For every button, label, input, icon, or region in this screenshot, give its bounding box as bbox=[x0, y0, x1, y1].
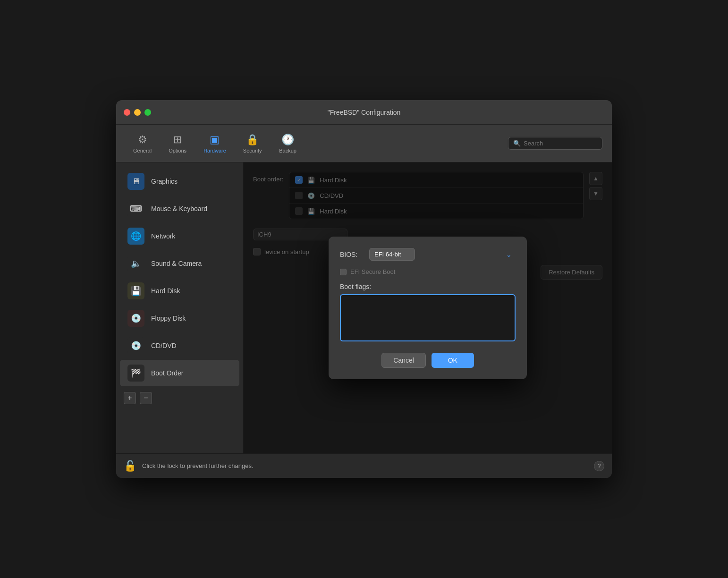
minimize-button[interactable] bbox=[134, 109, 141, 116]
status-bar: 🔓 Click the lock to prevent further chan… bbox=[116, 453, 612, 478]
help-button[interactable]: ? bbox=[594, 461, 604, 471]
sidebar-label-hard-disk: Hard Disk bbox=[151, 287, 180, 295]
search-input[interactable] bbox=[524, 140, 597, 147]
backup-icon: 🕐 bbox=[281, 134, 294, 146]
sidebar-label-graphics: Graphics bbox=[151, 178, 178, 185]
main-area: 🖥 Graphics ⌨ Mouse & Keyboard 🌐 Network … bbox=[116, 162, 612, 453]
cancel-button[interactable]: Cancel bbox=[381, 353, 426, 368]
sidebar-item-network[interactable]: 🌐 Network bbox=[120, 223, 239, 249]
modal-buttons: Cancel OK bbox=[340, 353, 516, 368]
toolbar-label-options: Options bbox=[169, 148, 186, 153]
main-window: "FreeBSD" Configuration ⚙ General ⊞ Opti… bbox=[116, 100, 612, 478]
sidebar-label-sound-camera: Sound & Camera bbox=[151, 260, 202, 267]
title-bar: "FreeBSD" Configuration bbox=[116, 100, 612, 125]
toolbar-item-security[interactable]: 🔒 Security bbox=[236, 130, 270, 157]
add-button[interactable]: + bbox=[124, 392, 136, 404]
boot-order-icon: 🏁 bbox=[127, 365, 144, 382]
sidebar: 🖥 Graphics ⌨ Mouse & Keyboard 🌐 Network … bbox=[116, 162, 244, 453]
sidebar-item-cd-dvd[interactable]: 💿 CD/DVD bbox=[120, 332, 239, 359]
sidebar-item-sound-camera[interactable]: 🔈 Sound & Camera bbox=[120, 250, 239, 277]
close-button[interactable] bbox=[124, 109, 130, 116]
boot-flags-textarea[interactable] bbox=[340, 294, 516, 341]
options-icon: ⊞ bbox=[173, 134, 182, 146]
toolbar-item-general[interactable]: ⚙ General bbox=[126, 130, 159, 157]
toolbar-label-general: General bbox=[133, 148, 152, 153]
search-icon: 🔍 bbox=[513, 140, 521, 147]
traffic-lights bbox=[124, 109, 151, 116]
sidebar-item-mouse-keyboard[interactable]: ⌨ Mouse & Keyboard bbox=[120, 196, 239, 222]
efi-secure-boot-checkbox[interactable] bbox=[340, 269, 347, 275]
mouse-keyboard-icon: ⌨ bbox=[127, 200, 144, 217]
sidebar-item-floppy-disk[interactable]: 💿 Floppy Disk bbox=[120, 305, 239, 332]
sound-camera-icon: 🔈 bbox=[127, 255, 144, 272]
toolbar-label-hardware: Hardware bbox=[203, 148, 226, 153]
floppy-disk-icon: 💿 bbox=[127, 310, 144, 327]
sidebar-label-boot-order: Boot Order bbox=[151, 369, 183, 377]
graphics-icon: 🖥 bbox=[127, 173, 144, 190]
toolbar-label-backup: Backup bbox=[279, 148, 296, 153]
hardware-icon: ▣ bbox=[210, 134, 220, 146]
maximize-button[interactable] bbox=[144, 109, 151, 116]
toolbar-item-backup[interactable]: 🕐 Backup bbox=[271, 130, 305, 157]
sidebar-item-graphics[interactable]: 🖥 Graphics bbox=[120, 168, 239, 195]
bios-field-label: BIOS: bbox=[340, 251, 364, 258]
sidebar-label-mouse-keyboard: Mouse & Keyboard bbox=[151, 205, 207, 212]
toolbar-item-hardware[interactable]: ▣ Hardware bbox=[196, 130, 234, 157]
security-icon: 🔒 bbox=[246, 134, 259, 146]
content-area: Boot order: ✓ 💾 Hard Disk 💿 CD/DVD � bbox=[244, 162, 612, 453]
window-title: "FreeBSD" Configuration bbox=[328, 109, 401, 116]
bios-row: BIOS: EFI 64-bitBIOSEFI 32-bit bbox=[340, 248, 516, 261]
sidebar-label-network: Network bbox=[151, 232, 175, 240]
ok-button[interactable]: OK bbox=[432, 353, 474, 368]
sidebar-label-cd-dvd: CD/DVD bbox=[151, 342, 177, 349]
toolbar-label-security: Security bbox=[243, 148, 262, 153]
remove-button[interactable]: − bbox=[140, 392, 152, 404]
bios-select-wrapper: EFI 64-bitBIOSEFI 32-bit bbox=[369, 248, 516, 261]
sidebar-item-boot-order[interactable]: 🏁 Boot Order bbox=[120, 360, 239, 386]
status-text: Click the lock to prevent further change… bbox=[142, 462, 254, 469]
search-box[interactable]: 🔍 bbox=[508, 137, 602, 150]
cd-dvd-icon: 💿 bbox=[127, 337, 144, 354]
sidebar-item-hard-disk[interactable]: 💾 Hard Disk bbox=[120, 278, 239, 304]
lock-icon[interactable]: 🔓 bbox=[124, 460, 136, 472]
sidebar-bottom: + − bbox=[116, 387, 243, 409]
sidebar-label-floppy-disk: Floppy Disk bbox=[151, 314, 186, 322]
bios-modal: BIOS: EFI 64-bitBIOSEFI 32-bit EFI Secur… bbox=[329, 237, 527, 379]
network-icon: 🌐 bbox=[127, 228, 144, 245]
hard-disk-icon: 💾 bbox=[127, 282, 144, 299]
modal-overlay: BIOS: EFI 64-bitBIOSEFI 32-bit EFI Secur… bbox=[244, 162, 612, 453]
efi-secure-boot-row: EFI Secure Boot bbox=[340, 268, 516, 275]
toolbar: ⚙ General ⊞ Options ▣ Hardware 🔒 Securit… bbox=[116, 125, 612, 162]
efi-secure-boot-label: EFI Secure Boot bbox=[350, 268, 395, 275]
gear-icon: ⚙ bbox=[138, 134, 147, 146]
boot-flags-label: Boot flags: bbox=[340, 283, 516, 290]
toolbar-item-options[interactable]: ⊞ Options bbox=[161, 130, 194, 157]
bios-select[interactable]: EFI 64-bitBIOSEFI 32-bit bbox=[369, 248, 415, 261]
